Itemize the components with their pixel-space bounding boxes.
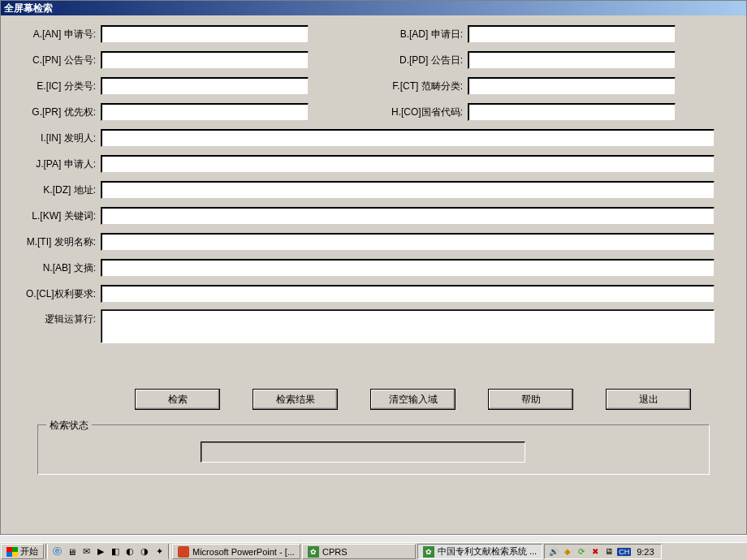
help-button[interactable]: 帮助 (488, 389, 573, 410)
label-cl: O.[CL]权利要求: (13, 287, 101, 301)
task-label: 中国专利文献检索系统 ... (438, 545, 537, 558)
input-ic[interactable] (101, 77, 309, 95)
label-pn: C.[PN] 公告号: (13, 54, 101, 67)
input-co[interactable] (468, 103, 676, 121)
label-ad: B.[AD] 申请日: (362, 28, 468, 41)
title-bar[interactable]: 全屏幕检索 (1, 1, 746, 15)
input-pa[interactable] (101, 155, 715, 173)
app-icon-2[interactable]: ◐ (123, 545, 136, 558)
input-cl[interactable] (101, 285, 715, 303)
button-row: 检索 检索结果 清空输入域 帮助 退出 (13, 348, 734, 418)
label-co: H.[CO]国省代码: (362, 106, 468, 119)
input-pn[interactable] (101, 51, 309, 69)
clear-button[interactable]: 清空输入域 (370, 389, 456, 410)
task-cprs[interactable]: ✿ CPRS (302, 544, 416, 559)
app-icon-4[interactable]: ✦ (153, 545, 166, 558)
window-title: 全屏幕检索 (4, 2, 53, 15)
search-button[interactable]: 检索 (135, 389, 220, 410)
label-an: A.[AN] 申请号: (13, 28, 101, 41)
app-icon-3[interactable]: ◑ (138, 545, 151, 558)
media-icon[interactable]: ▶ (94, 545, 107, 558)
ie-icon[interactable]: ⓔ (50, 545, 63, 558)
input-ad[interactable] (468, 25, 676, 43)
label-kw: L.[KW] 关键词: (13, 209, 101, 223)
input-ti[interactable] (101, 233, 715, 251)
clock[interactable]: 9:23 (633, 547, 657, 557)
input-ab[interactable] (101, 259, 715, 277)
ime-indicator[interactable]: CH (617, 548, 631, 556)
results-button[interactable]: 检索结果 (253, 389, 338, 410)
label-pd: D.[PD] 公告日: (362, 54, 468, 67)
windows-flag-icon (6, 547, 18, 557)
app-icon-1[interactable]: ◧ (109, 545, 122, 558)
patent-icon: ✿ (423, 546, 434, 558)
status-group-label: 检索状态 (46, 419, 92, 433)
tray-icon-2[interactable]: ◆ (562, 546, 573, 558)
status-box (201, 442, 525, 463)
form-area: A.[AN] 申请号: B.[AD] 申请日: C.[PN] 公告号: D.[P… (1, 15, 746, 479)
label-in: I.[IN] 发明人: (13, 131, 101, 145)
task-label: CPRS (322, 547, 348, 557)
input-logic[interactable] (101, 309, 715, 343)
cprs-icon: ✿ (308, 546, 319, 558)
input-pd[interactable] (468, 51, 676, 69)
label-ti: M.[TI] 发明名称: (13, 235, 101, 249)
task-label: Microsoft PowerPoint - [... (192, 547, 295, 557)
input-ct[interactable] (468, 77, 676, 95)
label-ab: N.[AB] 文摘: (13, 261, 101, 275)
quicklaunch-separator (45, 544, 48, 559)
tray-icon-1[interactable]: 🔊 (548, 546, 559, 558)
tray-icon-5[interactable]: 🖥 (603, 546, 615, 558)
input-an[interactable] (101, 25, 309, 43)
quicklaunch: ⓔ 🖥 ✉ ▶ ◧ ◐ ◑ ✦ (49, 543, 167, 560)
label-logic: 逻辑运算行: (13, 309, 101, 326)
powerpoint-icon (178, 546, 189, 558)
start-button[interactable]: 开始 (1, 544, 44, 559)
quicklaunch-separator-2 (168, 544, 171, 559)
tray-icon-3[interactable]: ⟳ (576, 546, 587, 558)
taskbar: 开始 ⓔ 🖥 ✉ ▶ ◧ ◐ ◑ ✦ Microsoft PowerPoint … (0, 542, 747, 560)
label-ic: E.[IC] 分类号: (13, 80, 101, 93)
task-patent-search[interactable]: ✿ 中国专利文献检索系统 ... (417, 544, 542, 559)
system-tray: 🔊 ◆ ⟳ ✖ 🖥 CH 9:23 (544, 544, 661, 559)
background-strip (0, 535, 747, 542)
search-window: 全屏幕检索 A.[AN] 申请号: B.[AD] 申请日: C.[PN] 公告号… (0, 0, 747, 535)
input-dz[interactable] (101, 181, 715, 199)
label-pr: G.[PR] 优先权: (13, 106, 101, 119)
input-in[interactable] (101, 129, 715, 147)
input-kw[interactable] (101, 207, 715, 225)
input-pr[interactable] (101, 103, 309, 121)
outlook-icon[interactable]: ✉ (80, 545, 93, 558)
start-label: 开始 (20, 545, 38, 558)
desktop-icon[interactable]: 🖥 (65, 545, 78, 558)
tray-icon-4[interactable]: ✖ (589, 546, 601, 558)
status-group: 检索状态 (37, 424, 710, 475)
task-powerpoint[interactable]: Microsoft PowerPoint - [... (172, 544, 300, 559)
label-ct: F.[CT] 范畴分类: (362, 80, 468, 93)
exit-button[interactable]: 退出 (606, 389, 691, 410)
label-pa: J.[PA] 申请人: (13, 157, 101, 171)
label-dz: K.[DZ] 地址: (13, 183, 101, 197)
